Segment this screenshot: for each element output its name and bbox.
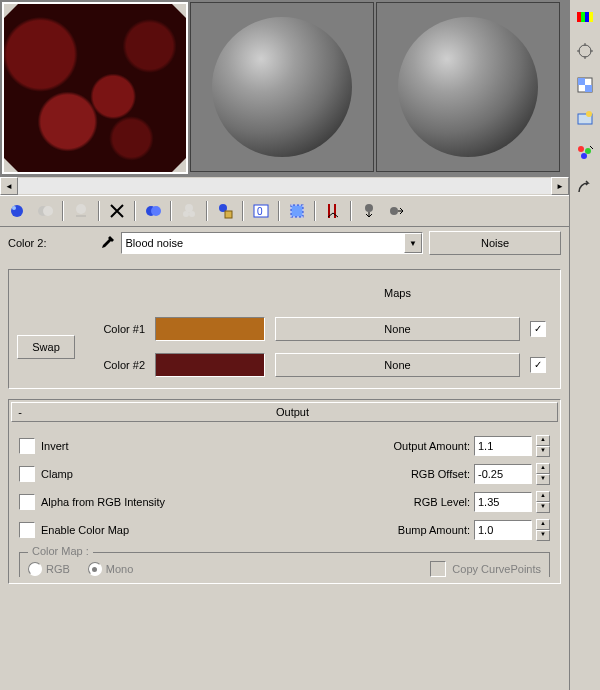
put-to-library-icon[interactable] xyxy=(214,200,236,222)
svg-point-27 xyxy=(586,111,592,117)
enable-colormap-label: Enable Color Map xyxy=(41,524,129,536)
output-amount-spinner[interactable]: 1.1 xyxy=(474,436,532,456)
main-panel: ◄ ► 0 xyxy=(0,0,570,690)
rgb-offset-value: -0.25 xyxy=(478,468,503,480)
output-rollout-header[interactable]: - Output xyxy=(11,402,558,422)
spinner-up-icon[interactable]: ▲ xyxy=(536,435,550,446)
copy-curvepoints-label: Copy CurvePoints xyxy=(452,563,541,575)
options-icon[interactable] xyxy=(574,176,596,198)
svg-point-22 xyxy=(579,45,591,57)
color-map-group: Color Map : RGB Mono Cop xyxy=(19,552,550,577)
sample-scrollbar[interactable]: ◄ ► xyxy=(0,176,569,196)
eyedropper-icon[interactable] xyxy=(99,235,115,251)
alpha-rgb-label: Alpha from RGB Intensity xyxy=(41,496,165,508)
make-copy-icon[interactable] xyxy=(142,200,164,222)
color1-map-checkbox[interactable]: ✓ xyxy=(530,321,546,337)
svg-point-3 xyxy=(43,206,53,216)
color2-swatch[interactable] xyxy=(155,353,265,377)
rgb-offset-spinner[interactable]: -0.25 xyxy=(474,464,532,484)
sample-type-icon[interactable] xyxy=(574,6,596,28)
mono-radio-label: Mono xyxy=(106,563,134,575)
swap-button[interactable]: Swap xyxy=(17,335,75,359)
delete-icon[interactable] xyxy=(106,200,128,222)
sample-slot-1[interactable] xyxy=(2,2,188,174)
get-material-icon[interactable] xyxy=(6,200,28,222)
scroll-track[interactable] xyxy=(18,178,551,194)
go-forward-icon[interactable] xyxy=(386,200,408,222)
go-to-parent-icon[interactable] xyxy=(358,200,380,222)
rgb-level-label: RGB Level: xyxy=(414,496,470,508)
sample-slot-3[interactable] xyxy=(376,2,560,172)
video-check-icon[interactable] xyxy=(574,142,596,164)
color2-map-checkbox[interactable]: ✓ xyxy=(530,357,546,373)
color1-map-button[interactable]: None xyxy=(275,317,520,341)
put-to-scene-icon xyxy=(34,200,56,222)
svg-rect-24 xyxy=(578,78,585,85)
output-rollout-title: Output xyxy=(28,406,557,418)
background-icon[interactable] xyxy=(574,74,596,96)
svg-rect-14 xyxy=(291,205,303,217)
output-rollout: - Output Invert Output Amount: 1.1 ▲▼ xyxy=(8,399,561,584)
sample-slots xyxy=(0,0,569,176)
color2-map-button[interactable]: None xyxy=(275,353,520,377)
color1-label: Color #1 xyxy=(85,323,145,335)
color-map-group-label: Color Map : xyxy=(28,545,93,557)
svg-point-16 xyxy=(365,204,373,212)
output-rollout-body: Invert Output Amount: 1.1 ▲▼ Clamp RGB O… xyxy=(11,422,558,581)
svg-point-30 xyxy=(581,153,587,159)
bump-amount-spinner[interactable]: 1.0 xyxy=(474,520,532,540)
sphere-preview xyxy=(212,17,352,157)
spinner-up-icon[interactable]: ▲ xyxy=(536,463,550,474)
rgb-radio-label: RGB xyxy=(46,563,70,575)
make-unique-icon xyxy=(178,200,200,222)
material-editor-window: ◄ ► 0 xyxy=(0,0,600,690)
map-name-row: Color 2: Blood noise ▼ Noise xyxy=(0,227,569,265)
svg-point-1 xyxy=(12,206,16,210)
color1-swatch[interactable] xyxy=(155,317,265,341)
svg-point-29 xyxy=(585,148,591,154)
svg-point-17 xyxy=(390,207,398,215)
map-type-button[interactable]: Noise xyxy=(429,231,561,255)
side-toolbar xyxy=(570,0,600,690)
enable-colormap-checkbox[interactable] xyxy=(19,522,35,538)
spinner-down-icon[interactable]: ▼ xyxy=(536,446,550,457)
sample-slot-2[interactable] xyxy=(190,2,374,172)
alpha-rgb-checkbox[interactable] xyxy=(19,494,35,510)
spinner-down-icon[interactable]: ▼ xyxy=(536,530,550,541)
scroll-right-button[interactable]: ► xyxy=(551,177,569,195)
backlight-icon[interactable] xyxy=(574,40,596,62)
svg-rect-21 xyxy=(589,12,593,22)
spinner-up-icon[interactable]: ▲ xyxy=(536,519,550,530)
svg-point-9 xyxy=(189,211,195,217)
spinner-down-icon[interactable]: ▼ xyxy=(536,502,550,513)
scroll-left-button[interactable]: ◄ xyxy=(0,177,18,195)
spinner-up-icon[interactable]: ▲ xyxy=(536,491,550,502)
blood-noise-preview xyxy=(4,4,186,172)
clamp-checkbox[interactable] xyxy=(19,466,35,482)
show-end-result-icon[interactable] xyxy=(322,200,344,222)
svg-rect-19 xyxy=(581,12,585,22)
bump-amount-value: 1.0 xyxy=(478,524,493,536)
svg-rect-11 xyxy=(225,211,232,218)
rgb-offset-label: RGB Offset: xyxy=(411,468,470,480)
svg-point-8 xyxy=(183,211,189,217)
svg-rect-25 xyxy=(585,85,592,92)
invert-checkbox[interactable] xyxy=(19,438,35,454)
spinner-down-icon[interactable]: ▼ xyxy=(536,474,550,485)
map-name-value: Blood noise xyxy=(122,237,404,249)
rgb-level-spinner[interactable]: 1.35 xyxy=(474,492,532,512)
map-name-dropdown[interactable]: Blood noise ▼ xyxy=(121,232,423,254)
output-amount-value: 1.1 xyxy=(478,440,493,452)
rollout-collapse-icon[interactable]: - xyxy=(12,406,28,418)
clamp-label: Clamp xyxy=(41,468,73,480)
color2-label-row: Color #2 xyxy=(85,359,145,371)
show-in-viewport-icon[interactable] xyxy=(286,200,308,222)
bump-amount-label: Bump Amount: xyxy=(398,524,470,536)
sample-uv-icon[interactable] xyxy=(574,108,596,130)
material-id-icon[interactable]: 0 xyxy=(250,200,272,222)
assign-to-selection-icon xyxy=(70,200,92,222)
material-toolbar: 0 xyxy=(0,196,569,227)
dropdown-arrow-icon[interactable]: ▼ xyxy=(404,233,422,253)
mono-radio xyxy=(88,562,102,576)
invert-label: Invert xyxy=(41,440,69,452)
